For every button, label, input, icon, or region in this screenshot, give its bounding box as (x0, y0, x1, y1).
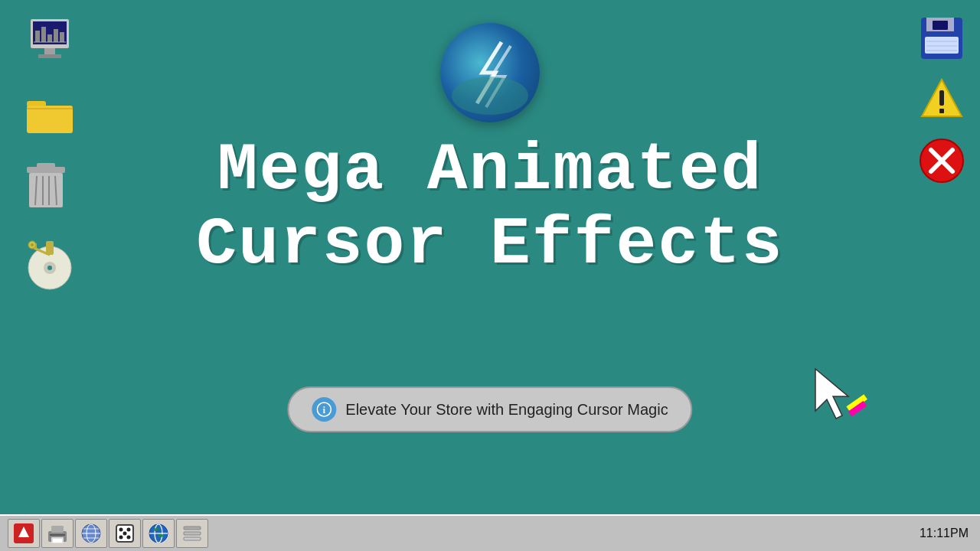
svg-rect-54 (53, 539, 62, 543)
svg-rect-41 (939, 109, 944, 113)
right-icons-panel (919, 15, 965, 184)
svg-rect-19 (29, 173, 63, 207)
svg-rect-69 (184, 527, 201, 530)
title-line1: Mega Animated (196, 134, 783, 208)
svg-rect-15 (27, 106, 73, 133)
svg-point-63 (119, 536, 123, 540)
taskbar: 11:11PM (0, 514, 980, 551)
info-svg: i (316, 402, 332, 417)
svg-point-62 (127, 528, 131, 532)
taskbar-network[interactable] (75, 519, 107, 548)
main-area: Mega Animated Cursor Effects i Elevate Y… (0, 0, 980, 514)
svg-rect-70 (184, 532, 201, 535)
main-title: Mega Animated Cursor Effects (196, 134, 783, 282)
svg-point-31 (31, 243, 34, 246)
warning-icon[interactable] (919, 77, 965, 122)
title-line2: Cursor Effects (196, 208, 783, 282)
svg-point-65 (123, 532, 127, 536)
taskbar-dice[interactable] (109, 519, 141, 548)
taskbar-globe[interactable] (142, 519, 175, 548)
svg-rect-35 (925, 37, 959, 54)
logo-svg (448, 31, 532, 115)
taskbar-clock: 11:11PM (920, 527, 969, 540)
svg-point-26 (47, 266, 52, 270)
app-logo (440, 23, 540, 122)
close-error-icon[interactable] (919, 138, 965, 184)
svg-point-64 (127, 536, 131, 540)
svg-rect-71 (184, 537, 201, 540)
svg-rect-34 (933, 21, 948, 30)
svg-point-61 (119, 528, 123, 532)
svg-rect-7 (38, 54, 61, 58)
svg-rect-51 (51, 526, 64, 533)
floppy-icon[interactable] (919, 15, 965, 61)
svg-text:i: i (323, 404, 326, 416)
svg-rect-18 (37, 163, 55, 168)
folder-icon[interactable] (23, 92, 77, 138)
taskbar-start-apple[interactable] (8, 519, 40, 548)
svg-rect-11 (54, 29, 58, 42)
tagline-text: Elevate Your Store with Engaging Cursor … (345, 401, 668, 419)
computer-icon[interactable] (23, 15, 77, 69)
svg-rect-6 (44, 48, 55, 54)
svg-rect-8 (35, 31, 40, 42)
svg-rect-9 (41, 27, 46, 42)
svg-rect-10 (47, 34, 52, 42)
svg-point-1 (452, 77, 528, 115)
svg-rect-40 (939, 90, 944, 106)
cd-icon[interactable] (23, 237, 77, 291)
svg-marker-47 (815, 369, 848, 419)
left-icons-panel (23, 15, 77, 291)
taskbar-printer[interactable] (41, 519, 74, 548)
animated-cursor (804, 361, 873, 430)
info-icon: i (312, 397, 336, 422)
svg-rect-53 (50, 534, 65, 536)
taskbar-stack[interactable] (176, 519, 208, 548)
trash-icon[interactable] (23, 161, 69, 214)
svg-rect-12 (60, 32, 64, 42)
tagline-button[interactable]: i Elevate Your Store with Engaging Curso… (287, 386, 692, 432)
